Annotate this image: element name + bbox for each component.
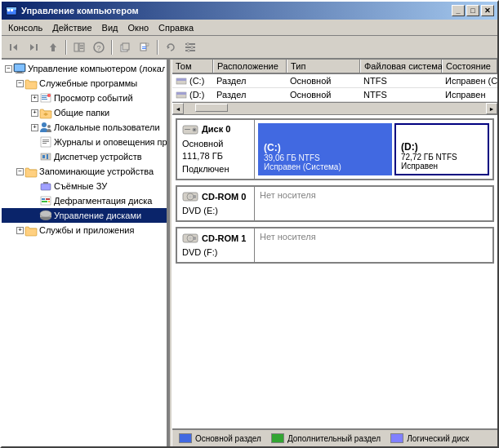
show-hide-button[interactable]	[70, 38, 88, 56]
menu-help[interactable]: Справка	[154, 21, 198, 34]
cdrom-0-type: DVD (E:)	[182, 204, 249, 218]
svg-rect-18	[123, 43, 129, 50]
table-body: (C:) Раздел Основной NTFS Исправен (Сист…	[172, 74, 497, 102]
scroll-left-button[interactable]: ◄	[172, 103, 184, 114]
cell-fs-c: NTFS	[360, 74, 442, 87]
tree-panel: − Управление компьютером (локал. −	[2, 60, 169, 446]
storage-expand[interactable]: −	[16, 168, 24, 175]
svg-rect-2	[7, 9, 10, 11]
cell-tom-c: (C:)	[172, 74, 213, 87]
tree-root[interactable]: − Управление компьютером (локал.	[2, 61, 167, 76]
legend-item-extended: Дополнительный раздел	[271, 433, 381, 443]
users-expand[interactable]: +	[31, 124, 38, 131]
menu-action[interactable]: Действие	[47, 21, 96, 34]
table-row[interactable]: (C:) Раздел Основной NTFS Исправен (Сист…	[172, 74, 497, 88]
window-title: Управление компьютером	[21, 6, 452, 16]
removable-icon	[39, 180, 52, 193]
scroll-thumb[interactable]	[195, 104, 228, 112]
legend-label-primary: Основной раздел	[195, 434, 261, 443]
table-row[interactable]: (D:) Раздел Основной NTFS Исправен	[172, 88, 497, 102]
disk-area: Диск 0 Основной 111,78 ГБ Подключен (C:)…	[172, 115, 497, 428]
minimize-button[interactable]: _	[452, 5, 465, 16]
cdrom-1-title: CD-ROM 1	[182, 232, 249, 246]
users-icon	[39, 121, 52, 134]
cdrom-0-name: CD-ROM 0	[202, 190, 246, 204]
right-panel: Том Расположение Тип Файловая система Со…	[172, 60, 497, 446]
tree-item-diskmgmt[interactable]: Управление дисками	[2, 208, 167, 223]
cell-rasp-d: Раздел	[213, 88, 287, 101]
partition-d[interactable]: (D:) 72,72 ГБ NTFS Исправен	[394, 123, 489, 175]
svg-rect-65	[176, 78, 186, 81]
cdrom-1-name: CD-ROM 1	[202, 232, 246, 246]
cdrom-0-area: Нет носителя	[255, 187, 492, 220]
svcapp-icon	[25, 224, 38, 237]
menu-view[interactable]: Вид	[97, 21, 123, 34]
forward-button[interactable]	[25, 38, 42, 56]
legend-label-extended: Дополнительный раздел	[287, 434, 381, 443]
computer-icon	[13, 62, 26, 75]
scroll-track[interactable]	[195, 103, 474, 114]
svg-rect-79	[193, 237, 196, 240]
tree-item-logs[interactable]: Журналы и оповещения пр	[2, 135, 167, 149]
back-button[interactable]	[5, 38, 23, 56]
tree-item-defrag[interactable]: Дефрагментация диска	[2, 193, 167, 208]
menu-console[interactable]: Консоль	[3, 21, 47, 34]
partition-d-status: Исправен	[401, 162, 483, 171]
menu-window[interactable]: Окно	[123, 21, 154, 34]
tree-item-services[interactable]: − Служебные программы	[2, 76, 167, 91]
help-button[interactable]: ?	[90, 38, 108, 56]
svg-rect-34	[16, 73, 24, 73]
maximize-button[interactable]: □	[466, 5, 479, 16]
legend-item-logical: Логический диск	[390, 433, 469, 443]
events-expand[interactable]: +	[31, 95, 38, 102]
tree-item-events[interactable]: + ! Просмотр событий	[2, 91, 167, 105]
svcapp-expand[interactable]: +	[16, 227, 24, 234]
svg-rect-3	[11, 9, 13, 11]
svg-rect-13	[80, 47, 83, 47]
tree-item-storage[interactable]: − Запоминающие устройства	[2, 164, 167, 179]
close-button[interactable]: ✕	[481, 5, 494, 16]
cdrom-0-status: Нет носителя	[260, 190, 316, 200]
col-header-rasp[interactable]: Расположение	[213, 60, 287, 73]
svg-point-62	[40, 211, 51, 217]
events-label: Просмотр событий	[54, 91, 133, 104]
partition-c[interactable]: (C:) 39,06 ГБ NTFS Исправен (Система)	[258, 123, 392, 175]
svg-text:!: !	[48, 94, 49, 98]
up-button[interactable]	[44, 38, 62, 56]
svg-rect-63	[25, 228, 37, 236]
partition-c-label: (C:)	[264, 142, 386, 153]
services-expand[interactable]: −	[16, 80, 24, 87]
tree-item-devmgr[interactable]: Диспетчер устройств	[2, 149, 167, 164]
services-label: Служебные программы	[39, 77, 137, 90]
storage-label: Запоминающие устройства	[39, 165, 154, 178]
cdrom-1-block: CD-ROM 1 DVD (F:) Нет носителя	[176, 227, 494, 264]
tree-item-removable[interactable]: Съёмные ЗУ	[2, 179, 167, 193]
svg-rect-26	[185, 47, 195, 48]
col-header-fs[interactable]: Файловая система	[360, 60, 442, 73]
tree-item-folders[interactable]: + Общие папки	[2, 105, 167, 120]
col-header-state[interactable]: Состояние	[442, 60, 497, 73]
col-header-tom[interactable]: Том	[172, 60, 213, 73]
menu-bar: Консоль Действие Вид Окно Справка	[2, 20, 497, 36]
refresh-button[interactable]	[162, 38, 180, 56]
scroll-right-button[interactable]: ►	[486, 103, 497, 114]
new-window-button[interactable]	[116, 38, 134, 56]
h-scrollbar[interactable]: ◄ ►	[172, 102, 497, 115]
export-button[interactable]	[136, 38, 154, 56]
disk-0-name: Диск 0	[202, 123, 230, 135]
tree-item-users[interactable]: + Локальные пользователи	[2, 120, 167, 135]
svg-point-29	[191, 46, 194, 48]
title-bar: Управление компьютером _ □ ✕	[2, 2, 497, 20]
svg-rect-32	[15, 64, 25, 71]
devmgr-icon	[39, 150, 52, 163]
cdrom-0-title: CD-ROM 0	[182, 190, 249, 204]
svg-rect-39	[42, 99, 47, 100]
col-header-tip[interactable]: Тип	[287, 60, 360, 73]
folders-label: Общие папки	[54, 106, 109, 119]
svg-point-78	[189, 237, 192, 240]
folders-expand[interactable]: +	[31, 109, 38, 117]
settings-button[interactable]	[181, 38, 199, 56]
root-expand[interactable]: −	[5, 65, 12, 73]
removable-label: Съёмные ЗУ	[54, 180, 107, 193]
tree-item-svcapp[interactable]: + Службы и приложения	[2, 223, 167, 237]
